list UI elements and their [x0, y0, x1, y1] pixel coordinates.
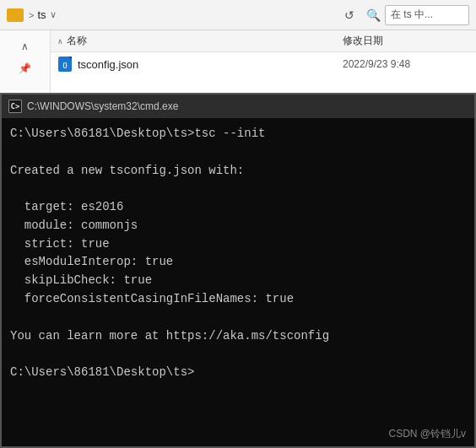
cmd-window: C> C:\WINDOWS\system32\cmd.exe C:\Users\… — [0, 93, 476, 448]
cmd-line: module: commonjs — [10, 217, 466, 235]
nav-up-arrow[interactable]: ∧ — [16, 37, 35, 56]
breadcrumb-separator: > — [29, 10, 34, 20]
search-input[interactable]: 在 ts 中... — [385, 5, 469, 25]
cmd-line: forceConsistentCasingInFileNames: true — [10, 290, 466, 309]
cmd-line — [10, 309, 466, 327]
folder-icon — [7, 8, 24, 22]
path-current: ts — [37, 8, 46, 21]
explorer-bar: > ts ∨ ↺ 🔍 在 ts 中... — [0, 0, 476, 30]
file-date: 2022/9/23 9:48 — [343, 58, 469, 70]
cmd-icon: C> — [8, 100, 22, 113]
column-header: ∧ 名称 修改日期 — [51, 30, 476, 52]
cmd-line: esModuleInterop: true — [10, 253, 466, 272]
cmd-titlebar: C> C:\WINDOWS\system32\cmd.exe — [2, 94, 474, 118]
cmd-icon-text: C> — [11, 102, 20, 111]
search-placeholder: 在 ts 中... — [391, 8, 433, 22]
file-name: tsconfig.json — [78, 58, 343, 71]
watermark: CSDN @铃铛儿v — [388, 427, 466, 441]
search-icon: 🔍 — [361, 3, 385, 27]
cmd-line — [10, 180, 466, 198]
cmd-line: Created a new tsconfig.json with: — [10, 162, 466, 181]
cmd-line: strict: true — [10, 235, 466, 254]
path-dropdown-icon[interactable]: ∨ — [50, 9, 57, 20]
json-icon-text: {} — [62, 62, 67, 67]
cmd-line — [10, 143, 466, 162]
refresh-button[interactable]: ↺ — [338, 3, 361, 27]
cmd-line: skipLibCheck: true — [10, 272, 466, 290]
json-icon: {} — [58, 57, 72, 72]
cmd-body[interactable]: C:\Users\86181\Desktop\ts>tsc --init Cre… — [2, 118, 474, 446]
cmd-line: C:\Users\86181\Desktop\ts> — [10, 364, 466, 382]
col-name-header: 名称 — [67, 34, 343, 48]
table-row[interactable]: {} tsconfig.json 2022/9/23 9:48 — [51, 52, 476, 76]
cmd-line: C:\Users\86181\Desktop\ts>tsc --init — [10, 125, 466, 143]
sort-icon: ∧ — [57, 37, 63, 46]
cmd-line — [10, 345, 466, 364]
cmd-line: You can learn more at https://aka.ms/tsc… — [10, 327, 466, 346]
cmd-title: C:\WINDOWS\system32\cmd.exe — [27, 100, 178, 112]
cmd-line: target: es2016 — [10, 198, 466, 217]
col-date-header: 修改日期 — [343, 34, 469, 48]
json-file-icon: {} — [57, 57, 73, 72]
nav-pin[interactable]: 📌 — [16, 59, 35, 78]
